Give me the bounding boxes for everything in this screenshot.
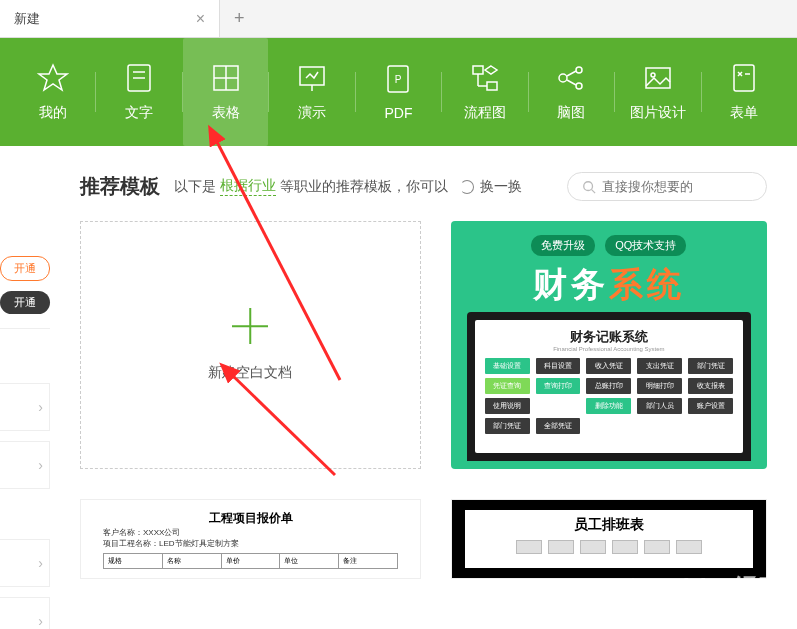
svg-point-32 (630, 578, 635, 585)
nav-mindmap[interactable]: 脑图 (529, 38, 614, 146)
watermark: Baidu 经验 jingyan.baidu.com (620, 571, 787, 621)
svg-text:P: P (395, 74, 402, 85)
svg-marker-13 (485, 66, 497, 74)
svg-rect-11 (473, 66, 483, 74)
tab-title: 新建 (14, 10, 40, 28)
svg-point-33 (636, 580, 641, 587)
search-input[interactable] (602, 179, 752, 194)
svg-point-22 (651, 73, 655, 77)
thumb-title: 工程项目报价单 (103, 510, 398, 527)
template-thumb-schedule[interactable]: 员工排班表 (451, 499, 767, 579)
nav-label: 流程图 (464, 104, 506, 122)
presentation-icon (296, 62, 328, 94)
svg-point-18 (576, 83, 582, 89)
thumb-title: 员工排班表 (574, 516, 644, 534)
svg-line-28 (592, 189, 596, 193)
paw-icon (620, 576, 646, 602)
search-icon (582, 180, 596, 194)
mindmap-icon (555, 62, 587, 94)
side-item[interactable]: › (0, 597, 50, 629)
plus-icon (232, 308, 268, 344)
content-area: 推荐模板 以下是 根据行业 等职业的推荐模板，你可以 换一换 新建空白文档 免费… (0, 146, 797, 579)
add-tab-button[interactable]: + (220, 0, 259, 37)
nav-label: 文字 (125, 104, 153, 122)
nav-label: 脑图 (557, 104, 585, 122)
pdf-icon: P (382, 63, 414, 95)
svg-point-31 (624, 580, 629, 587)
svg-rect-23 (734, 65, 754, 91)
promo-pill: 免费升级 (531, 235, 595, 256)
promo-screen-title: 财务记账系统 (570, 328, 648, 346)
nav-image-design[interactable]: 图片设计 (615, 38, 700, 146)
star-icon (37, 62, 69, 94)
nav-label: 表格 (212, 104, 240, 122)
nav-label: 演示 (298, 104, 326, 122)
search-box[interactable] (567, 172, 767, 201)
nav-label: 我的 (39, 104, 67, 122)
close-icon[interactable]: × (196, 10, 205, 28)
promo-pill: QQ技术支持 (605, 235, 686, 256)
nav-form[interactable]: 表单 (702, 38, 787, 146)
promo-screen-sub: Financial Professional Accounting System (553, 346, 664, 352)
promo-title: 财务系统 (533, 262, 685, 308)
nav-label: 图片设计 (630, 104, 686, 122)
svg-point-17 (576, 67, 582, 73)
section-title: 推荐模板 (80, 173, 160, 200)
grid-icon (210, 62, 242, 94)
tab-bar: 新建 × + (0, 0, 797, 38)
flowchart-icon (469, 62, 501, 94)
promo-button-grid: 基础设置科目设置收入凭证支出凭证部门凭证凭证查询查询打印总账打印明细打印收支报表… (485, 358, 733, 434)
svg-point-34 (627, 587, 638, 597)
refresh-icon[interactable] (460, 180, 474, 194)
industry-link[interactable]: 根据行业 (220, 177, 276, 196)
svg-point-27 (584, 181, 593, 190)
new-blank-card[interactable]: 新建空白文档 (80, 221, 421, 469)
new-blank-label: 新建空白文档 (208, 364, 292, 382)
doc-icon (123, 62, 155, 94)
nav-pdf[interactable]: P PDF (356, 38, 441, 146)
section-subtext: 以下是 根据行业 等职业的推荐模板，你可以 换一换 (174, 177, 522, 196)
nav-text[interactable]: 文字 (96, 38, 181, 146)
tab-new[interactable]: 新建 × (0, 0, 220, 37)
nav-label: PDF (384, 105, 412, 121)
svg-marker-0 (39, 65, 67, 90)
promo-card-finance[interactable]: 免费升级 QQ技术支持 财务系统 财务记账系统 Financial Profes… (451, 221, 767, 469)
nav-flowchart[interactable]: 流程图 (442, 38, 527, 146)
image-icon (642, 62, 674, 94)
nav-label: 表单 (730, 104, 758, 122)
svg-rect-12 (487, 82, 497, 90)
svg-point-16 (559, 74, 567, 82)
nav-my[interactable]: 我的 (10, 38, 95, 146)
nav-sheet[interactable]: 表格 (183, 38, 268, 146)
nav-presentation[interactable]: 演示 (269, 38, 354, 146)
svg-line-19 (567, 71, 576, 76)
category-toolbar: 我的 文字 表格 演示 P PDF 流程图 脑图 图片设计 表单 (0, 38, 797, 146)
svg-line-20 (567, 80, 576, 85)
template-thumb-quote[interactable]: 工程项目报价单 客户名称：XXXX公司 项目工程名称：LED节能灯具定制方案 规… (80, 499, 421, 579)
form-icon (728, 62, 760, 94)
section-header: 推荐模板 以下是 根据行业 等职业的推荐模板，你可以 换一换 (80, 172, 767, 201)
refresh-label[interactable]: 换一换 (480, 178, 522, 196)
